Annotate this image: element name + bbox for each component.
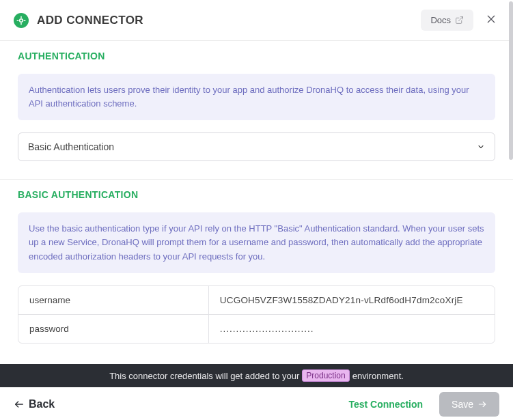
section-heading-basic-auth: BASIC AUTHENTICATION <box>18 189 495 200</box>
username-label: username <box>18 286 209 314</box>
app-logo <box>14 13 29 28</box>
table-row: username <box>18 286 495 315</box>
test-connection-button[interactable]: Test Connection <box>348 399 423 410</box>
content-area: AUTHENTICATION Authentication lets users… <box>0 41 513 369</box>
docs-label: Docs <box>430 15 451 25</box>
save-button[interactable]: Save <box>439 392 499 417</box>
env-prefix: This connector credentials will get adde… <box>109 371 299 381</box>
auth-type-select-wrap: Basic Authentication <box>18 132 495 161</box>
scrollbar-thumb[interactable] <box>509 1 513 160</box>
authentication-info: Authentication lets users prove their id… <box>18 74 495 120</box>
close-icon <box>486 14 497 25</box>
svg-line-1 <box>458 17 462 21</box>
env-badge: Production <box>302 369 349 382</box>
password-label: password <box>18 315 209 343</box>
arrow-right-icon <box>477 400 487 409</box>
auth-type-select[interactable]: Basic Authentication <box>18 132 495 161</box>
footer-bar: Back Test Connection Save <box>0 387 513 420</box>
back-label: Back <box>29 398 55 410</box>
authentication-section: AUTHENTICATION Authentication lets users… <box>0 41 513 180</box>
close-button[interactable] <box>483 11 499 29</box>
arrow-left-icon <box>14 399 25 410</box>
back-button[interactable]: Back <box>14 398 55 410</box>
environment-bar: This connector credentials will get adde… <box>0 364 513 387</box>
username-field[interactable] <box>209 286 495 314</box>
modal-header: ADD CONNECTOR Docs <box>0 0 513 41</box>
page-title: ADD CONNECTOR <box>37 14 421 27</box>
section-heading-authentication: AUTHENTICATION <box>18 51 495 61</box>
svg-point-0 <box>20 18 23 22</box>
basic-auth-section: BASIC AUTHENTICATION Use the basic authe… <box>0 180 513 369</box>
external-link-icon <box>455 16 464 25</box>
password-field[interactable] <box>209 315 495 343</box>
credentials-table: username password <box>18 285 495 344</box>
docs-button[interactable]: Docs <box>421 10 473 31</box>
basic-auth-info: Use the basic authentication type if you… <box>18 212 495 272</box>
table-row: password <box>18 315 495 343</box>
chevron-down-icon <box>477 143 485 151</box>
auth-type-selected: Basic Authentication <box>28 141 114 152</box>
env-suffix: environment. <box>352 371 404 381</box>
save-label: Save <box>452 399 473 410</box>
